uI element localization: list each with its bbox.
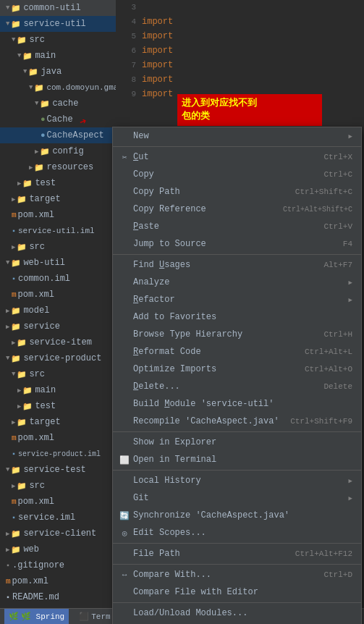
sidebar-item-common-util[interactable]: 📁 common-util: [0, 0, 116, 16]
sidebar-item-src[interactable]: 📁 src: [0, 32, 116, 48]
menu-item-find-usages[interactable]: Find Usages Alt+F7: [113, 256, 361, 274]
sidebar-item-gitignore[interactable]: ▪ .gitignore: [0, 557, 116, 573]
sidebar-item-service-product[interactable]: 📁 service-product: [0, 350, 116, 366]
sidebar-item-pom-xml4[interactable]: m pom.xml: [0, 494, 116, 510]
sidebar-item-web[interactable]: 📁 web: [0, 541, 116, 557]
file-icon: ▪: [12, 514, 16, 522]
menu-item-show-explorer[interactable]: Show in Explorer: [113, 434, 361, 451]
sidebar-item-target[interactable]: 📁 target: [0, 191, 116, 207]
menu-item-label: Synchronize 'CacheAspect.java': [133, 510, 289, 520]
sidebar-item-main2[interactable]: 📁 main: [0, 382, 116, 398]
menu-item-add-favorites[interactable]: Add to Favorites: [113, 308, 361, 326]
sidebar-label: service: [23, 321, 59, 332]
sidebar-item-readme[interactable]: ▪ README.md: [0, 589, 116, 605]
menu-item-synchronize[interactable]: 🔄 Synchronize 'CacheAspect.java': [113, 507, 361, 524]
menu-item-label: Browse Type Hierarchy: [133, 329, 242, 340]
menu-item-load-unload[interactable]: Load/Unload Modules...: [113, 604, 361, 622]
sidebar-item-service-product-iml[interactable]: ▪ service-product.iml: [0, 446, 116, 462]
menu-item-analyze[interactable]: Analyze: [113, 274, 361, 291]
code-line-6: 6 import: [119, 43, 361, 58]
menu-item-build-module[interactable]: Build Module 'service-util': [113, 395, 361, 413]
sidebar-item-web-util[interactable]: 📁 web-util: [0, 255, 116, 271]
menu-item-file-path[interactable]: File Path Ctrl+Alt+F12: [113, 545, 361, 562]
m-icon: m: [12, 211, 17, 219]
menu-item-recompile[interactable]: Recompile 'CacheAspect.java' Ctrl+Shift+…: [113, 413, 361, 430]
sidebar-item-cache[interactable]: 📁 cache: [0, 96, 116, 111]
menu-item-label: Compare File with Editor: [133, 587, 258, 597]
menu-item-optimize[interactable]: Optimize Imports Ctrl+Alt+O: [113, 361, 361, 378]
menu-item-copy[interactable]: Copy Ctrl+C: [113, 166, 361, 183]
menu-item-label: Optimize Imports: [133, 364, 216, 374]
sidebar-item-resources[interactable]: 📁 resources: [0, 159, 116, 175]
arrow-icon: [17, 387, 21, 395]
arrow-icon: [6, 20, 9, 28]
sidebar-item-service-iml[interactable]: ▪ service.iml: [0, 510, 116, 526]
menu-item-open-terminal[interactable]: ⬜ Open in Terminal: [113, 451, 361, 468]
sidebar-label: main: [35, 51, 56, 61]
sidebar-item-main[interactable]: 📁 main: [0, 48, 116, 64]
sidebar-label: service.iml: [18, 513, 75, 523]
sidebar-item-pom-xml5[interactable]: m pom.xml: [0, 573, 116, 589]
sidebar-item-Cache[interactable]: ● Cache: [0, 111, 116, 127]
code-line-8: 8 import: [119, 72, 361, 87]
shortcut-label: Ctrl+C: [323, 170, 352, 179]
menu-item-cut[interactable]: ✂ Cut Ctrl+X: [113, 148, 361, 166]
folder-icon: 📁: [11, 465, 21, 475]
sidebar-item-src4[interactable]: 📁 src: [0, 478, 116, 494]
menu-item-new[interactable]: New: [113, 127, 361, 145]
cut-icon: ✂: [119, 153, 130, 162]
sidebar-item-pom-xml2[interactable]: m pom.xml: [0, 287, 116, 303]
code-line-4: 4 import: [119, 14, 361, 29]
arrow-icon: [17, 402, 21, 410]
menu-item-label: Git: [133, 493, 149, 503]
sidebar-item-service-item[interactable]: 📁 service-item: [0, 334, 116, 350]
sidebar-item-pom-xml3[interactable]: m pom.xml: [0, 430, 116, 446]
sidebar-label: service-test: [23, 465, 85, 475]
sidebar-item-CacheAspect[interactable]: ● CacheAspect: [0, 127, 116, 143]
sidebar-item-src3[interactable]: 📁 src: [0, 366, 116, 382]
compare-icon: ↔: [119, 570, 130, 579]
sidebar-item-src2[interactable]: 📁 src: [0, 239, 116, 255]
arrow-icon: [12, 371, 15, 378]
menu-item-copy-ref[interactable]: Copy Reference Ctrl+Alt+Shift+C: [113, 201, 361, 218]
menu-item-delete[interactable]: Delete... Delete: [113, 378, 361, 395]
file-icon: ▪: [12, 275, 16, 283]
folder-icon: 📁: [28, 67, 38, 77]
sidebar-item-test2[interactable]: 📁 test: [0, 398, 116, 414]
menu-item-reformat[interactable]: Reformat Code Ctrl+Alt+L: [113, 343, 361, 361]
line-number: 9: [119, 90, 136, 98]
menu-item-compare-with[interactable]: ↔ Compare With... Ctrl+D: [113, 566, 361, 583]
sidebar-item-service-client[interactable]: 📁 service-client: [0, 526, 116, 541]
menu-item-copy-path[interactable]: Copy Path Ctrl+Shift+C: [113, 183, 361, 201]
sidebar-item-pom-xml[interactable]: m pom.xml: [0, 207, 116, 223]
arrow-icon: [6, 323, 9, 331]
menu-item-git[interactable]: Git: [113, 489, 361, 507]
menu-item-paste[interactable]: Paste Ctrl+V: [113, 218, 361, 235]
folder-icon: 📁: [11, 4, 21, 13]
sidebar-item-service-util-iml[interactable]: ▪ service-util.iml: [0, 223, 116, 239]
sidebar-label: model: [23, 305, 49, 316]
sidebar-item-target2[interactable]: 📁 target: [0, 414, 116, 430]
menu-item-jump-to-source[interactable]: Jump to Source F4: [113, 235, 361, 253]
menu-item-local-history[interactable]: Local History: [113, 472, 361, 489]
sidebar-item-java[interactable]: 📁 java: [0, 64, 116, 80]
sidebar-item-model[interactable]: 📁 model: [0, 303, 116, 319]
menu-item-edit-scopes[interactable]: ◎ Edit Scopes...: [113, 524, 361, 541]
shortcut-label: Ctrl+X: [323, 153, 352, 161]
arrow-icon: [6, 530, 9, 538]
shortcut-label: Ctrl+Alt+Shift+C: [283, 206, 352, 214]
menu-item-compare-editor[interactable]: Compare File with Editor: [113, 583, 361, 601]
sidebar-item-service[interactable]: 📁 service: [0, 319, 116, 334]
menu-item-browse-hierarchy[interactable]: Browse Type Hierarchy Ctrl+H: [113, 326, 361, 343]
shortcut-label: Ctrl+Alt+F12: [295, 549, 352, 558]
sidebar-item-common-iml[interactable]: ▪ common.iml: [0, 271, 116, 287]
sidebar-item-service-test[interactable]: 📁 service-test: [0, 462, 116, 478]
green-circle-icon: ●: [41, 115, 46, 124]
sidebar-item-com-domoyun[interactable]: 📁 com.domoyun.gmall.common: [0, 80, 116, 96]
menu-item-refactor[interactable]: Refactor: [113, 291, 361, 308]
sidebar-item-config[interactable]: 📁 config: [0, 143, 116, 159]
arrow-icon: [12, 36, 15, 43]
sidebar-item-test[interactable]: 📁 test: [0, 175, 116, 191]
status-spring[interactable]: 🌿 🌿 Spring: [4, 609, 69, 625]
sidebar-item-service-util[interactable]: 📁 service-util: [0, 16, 116, 32]
